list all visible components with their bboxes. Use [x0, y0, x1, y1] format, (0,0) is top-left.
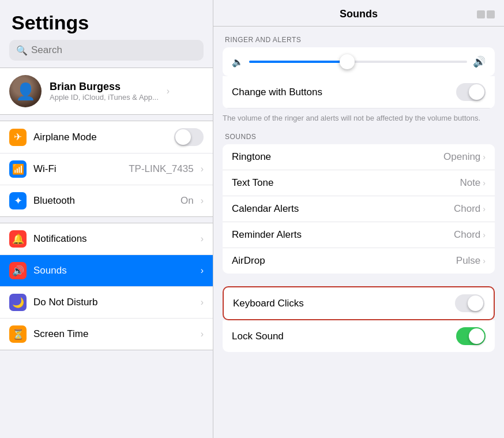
sidebar-item-sounds[interactable]: 🔊 Sounds › [0, 255, 213, 287]
profile-subtitle: Apple ID, iCloud, iTunes & App... [50, 93, 159, 102]
keyboard-clicks-toggle[interactable] [455, 294, 484, 312]
volume-slider-row: 🔈 🔊 [232, 55, 486, 68]
screen-time-label: Screen Time [33, 328, 194, 340]
calendar-alerts-value: Chord [454, 203, 480, 215]
notifications-label: Notifications [33, 233, 194, 245]
lock-sound-card: Lock Sound [223, 320, 495, 352]
wifi-chevron: › [201, 164, 204, 174]
wifi-value: TP-LINK_7435 [129, 163, 193, 175]
ringtone-value: Opening [443, 151, 480, 163]
sidebar-item-wifi[interactable]: 📶 Wi-Fi TP-LINK_7435 › [0, 154, 213, 185]
sidebar-item-do-not-disturb[interactable]: 🌙 Do Not Disturb › [0, 287, 213, 319]
lock-sound-label: Lock Sound [232, 331, 456, 342]
sidebar-item-bluetooth[interactable]: ✦ Bluetooth On › [0, 185, 213, 216]
airplane-mode-icon: ✈ [9, 129, 27, 146]
settings-group-general: 🔔 Notifications › 🔊 Sounds › 🌙 Do Not Di… [0, 223, 213, 350]
calendar-alerts-label: Calendar Alerts [232, 203, 454, 215]
detail-panel: Sounds RINGER AND ALERTS 🔈 🔊 Change with… [213, 0, 504, 438]
sounds-chevron: › [201, 265, 204, 276]
airdrop-chevron: › [483, 256, 486, 265]
reminder-alerts-chevron: › [483, 230, 486, 239]
sidebar-item-notifications[interactable]: 🔔 Notifications › [0, 223, 213, 255]
profile-section[interactable]: 👤 Brian Burgess Apple ID, iCloud, iTunes… [0, 68, 213, 115]
change-with-buttons-toggle[interactable] [456, 83, 486, 101]
keyboard-clicks-row[interactable]: Keyboard Clicks [223, 286, 495, 320]
sounds-icon: 🔊 [9, 262, 27, 279]
wifi-icon: 📶 [9, 160, 27, 178]
volume-slider-track[interactable] [249, 61, 467, 63]
sidebar-title: Settings [0, 0, 213, 40]
text-tone-row[interactable]: Text Tone Note › [223, 170, 495, 196]
airdrop-row[interactable]: AirDrop Pulse › [223, 248, 495, 274]
change-with-buttons-label: Change with Buttons [232, 87, 456, 98]
text-tone-chevron: › [483, 178, 486, 188]
ringer-card: Change with Buttons [223, 76, 495, 108]
calendar-alerts-row[interactable]: Calendar Alerts Chord › [223, 196, 495, 222]
detail-content: RINGER AND ALERTS 🔈 🔊 Change with Button… [213, 27, 504, 438]
sounds-label: Sounds [33, 265, 194, 276]
avatar-image: 👤 [9, 75, 42, 107]
profile-info: Brian Burgess Apple ID, iCloud, iTunes &… [50, 81, 159, 102]
detail-header: Sounds [213, 0, 504, 27]
lock-sound-row[interactable]: Lock Sound [223, 320, 495, 352]
grid-dot-2 [487, 10, 495, 18]
text-tone-label: Text Tone [232, 177, 460, 189]
notifications-chevron: › [201, 234, 204, 244]
search-input[interactable] [31, 44, 197, 56]
screen-time-chevron: › [201, 329, 204, 339]
sounds-section-header: SOUNDS [213, 123, 504, 144]
volume-high-icon: 🔊 [473, 55, 486, 68]
search-icon: 🔍 [16, 45, 28, 56]
calendar-alerts-chevron: › [483, 204, 486, 214]
ringtone-row[interactable]: Ringtone Opening › [223, 144, 495, 170]
do-not-disturb-label: Do Not Disturb [33, 297, 194, 308]
ringtone-label: Ringtone [232, 151, 443, 163]
reminder-alerts-row[interactable]: Reminder Alerts Chord › [223, 222, 495, 248]
sidebar-item-airplane-mode[interactable]: ✈ Airplane Mode [0, 121, 213, 154]
sidebar: Settings 🔍 👤 Brian Burgess Apple ID, iCl… [0, 0, 213, 438]
reminder-alerts-label: Reminder Alerts [232, 229, 454, 241]
ringer-section: 🔈 🔊 [223, 47, 495, 76]
bluetooth-chevron: › [201, 196, 204, 206]
bluetooth-label: Bluetooth [33, 195, 174, 207]
do-not-disturb-icon: 🌙 [9, 294, 27, 311]
notifications-icon: 🔔 [9, 230, 27, 248]
profile-chevron: › [167, 86, 170, 96]
airplane-mode-toggle[interactable] [174, 128, 204, 146]
avatar: 👤 [9, 75, 42, 107]
wifi-label: Wi-Fi [33, 163, 122, 175]
ringtone-chevron: › [483, 152, 486, 162]
bluetooth-icon: ✦ [9, 192, 27, 209]
profile-name: Brian Burgess [50, 81, 159, 93]
reminder-alerts-value: Chord [454, 229, 480, 241]
grid-dot-1 [477, 10, 485, 18]
sidebar-item-screen-time[interactable]: ⏳ Screen Time › [0, 319, 213, 350]
volume-slider-thumb[interactable] [340, 54, 355, 69]
search-bar[interactable]: 🔍 [9, 40, 204, 61]
settings-group-connectivity: ✈ Airplane Mode 📶 Wi-Fi TP-LINK_7435 › ✦… [0, 121, 213, 217]
airplane-mode-label: Airplane Mode [33, 132, 167, 143]
bluetooth-value: On [180, 195, 194, 207]
lock-sound-toggle[interactable] [456, 327, 486, 345]
volume-low-icon: 🔈 [232, 57, 243, 68]
keyboard-clicks-label: Keyboard Clicks [233, 298, 455, 309]
bottom-section: Keyboard Clicks Lock Sound [213, 274, 504, 352]
ringer-section-header: RINGER AND ALERTS [213, 27, 504, 47]
airdrop-label: AirDrop [232, 255, 456, 267]
ringer-info-text: The volume of the ringer and alerts will… [213, 108, 504, 123]
detail-title: Sounds [340, 8, 378, 20]
sounds-card: Ringtone Opening › Text Tone Note › Cale… [223, 144, 495, 274]
airdrop-value: Pulse [456, 255, 481, 267]
text-tone-value: Note [460, 177, 480, 189]
screen-time-icon: ⏳ [9, 325, 27, 343]
change-with-buttons-row[interactable]: Change with Buttons [223, 76, 495, 108]
do-not-disturb-chevron: › [201, 297, 204, 308]
volume-slider-fill [249, 61, 347, 63]
grid-icon[interactable] [477, 10, 495, 18]
